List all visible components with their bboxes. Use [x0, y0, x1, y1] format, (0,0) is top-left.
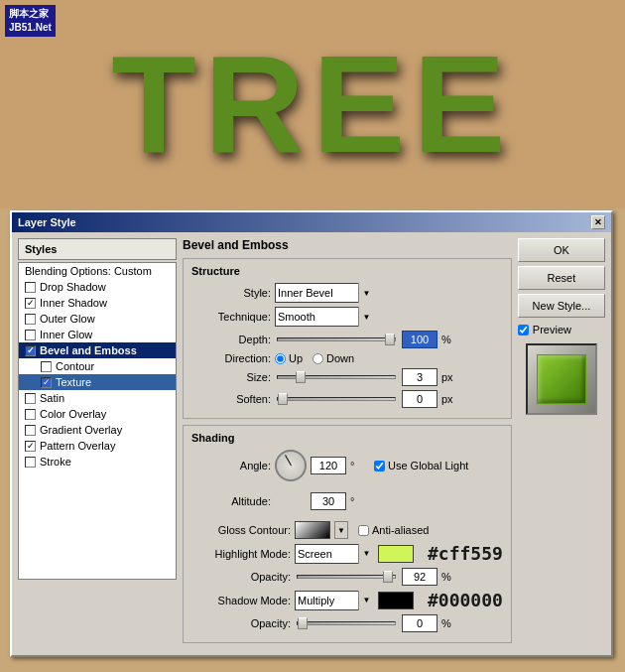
size-row: Size: px: [191, 368, 503, 386]
canvas-area: 脚本之家 JB51.Net TREE: [0, 0, 625, 208]
gloss-contour-row: Gloss Contour: ▼ Anti-aliased: [191, 521, 503, 539]
highlight-opacity-slider[interactable]: [297, 575, 396, 579]
structure-title: Structure: [191, 265, 503, 277]
style-select-wrapper: Inner Bevel Outer Bevel Emboss Pillow Em…: [275, 283, 374, 303]
sidebar-item-blending[interactable]: Blending Options: Custom: [19, 263, 176, 279]
color-overlay-label: Color Overlay: [40, 408, 106, 420]
shadow-opacity-input[interactable]: [402, 614, 438, 632]
satin-label: Satin: [40, 392, 64, 404]
sidebar-item-inner-glow[interactable]: Inner Glow: [19, 327, 176, 342]
gloss-preview[interactable]: [295, 521, 330, 539]
direction-up-label[interactable]: Up: [275, 352, 303, 364]
direction-up-radio[interactable]: [275, 353, 286, 364]
soften-row: Soften: px: [191, 390, 503, 408]
direction-down-text: Down: [326, 352, 354, 364]
ok-button[interactable]: OK: [518, 238, 605, 262]
layer-style-dialog: Layer Style ✕ Styles Blending Options: C…: [10, 210, 613, 657]
preview-label: Preview: [533, 324, 571, 336]
sidebar-item-contour[interactable]: Contour: [19, 358, 176, 374]
altitude-label: Altitude:: [191, 495, 271, 507]
shadow-label: Shadow Mode:: [191, 595, 291, 606]
contour-checkbox[interactable]: [41, 361, 52, 372]
preview-checkbox[interactable]: [518, 325, 529, 336]
depth-slider[interactable]: [277, 337, 396, 341]
sidebar-item-bevel-emboss[interactable]: Bevel and Emboss: [19, 342, 176, 358]
global-light-label[interactable]: Use Global Light: [374, 460, 468, 471]
depth-label: Depth:: [191, 334, 271, 345]
technique-select-wrapper: Smooth Chisel Hard Chisel Soft ▼: [275, 307, 374, 327]
inner-shadow-label: Inner Shadow: [40, 297, 107, 309]
soften-slider[interactable]: [277, 397, 396, 401]
soften-slider-thumb[interactable]: [278, 393, 288, 405]
size-input[interactable]: [402, 368, 438, 386]
depth-slider-thumb[interactable]: [385, 334, 395, 345]
shadow-color-swatch[interactable]: [378, 592, 414, 609]
altitude-input[interactable]: [311, 492, 346, 510]
sidebar-item-drop-shadow[interactable]: Drop Shadow: [19, 279, 176, 295]
color-overlay-checkbox[interactable]: [25, 409, 36, 420]
sidebar-item-stroke[interactable]: Stroke: [19, 454, 176, 470]
dialog-close-button[interactable]: ✕: [591, 215, 605, 229]
highlight-opacity-input[interactable]: [402, 568, 438, 586]
logo-box: 脚本之家 JB51.Net: [5, 5, 56, 37]
direction-up-text: Up: [289, 352, 303, 364]
shadow-opacity-unit: %: [441, 617, 461, 629]
size-slider-thumb[interactable]: [296, 371, 306, 383]
new-style-button[interactable]: New Style...: [518, 294, 605, 318]
technique-select[interactable]: Smooth Chisel Hard Chisel Soft: [275, 307, 374, 327]
style-select[interactable]: Inner Bevel Outer Bevel Emboss Pillow Em…: [275, 283, 374, 303]
direction-down-radio[interactable]: [312, 353, 323, 364]
outer-glow-label: Outer Glow: [40, 313, 95, 325]
sidebar-item-texture[interactable]: Texture: [19, 374, 176, 390]
size-slider[interactable]: [277, 375, 396, 379]
shadow-opacity-thumb[interactable]: [298, 617, 308, 629]
pattern-overlay-checkbox[interactable]: [25, 441, 36, 452]
angle-wheel[interactable]: [275, 450, 307, 481]
global-light-checkbox[interactable]: [374, 461, 385, 471]
depth-input[interactable]: [402, 331, 438, 348]
style-list: Blending Options: Custom Drop Shadow Inn…: [18, 262, 177, 580]
inner-glow-checkbox[interactable]: [25, 330, 36, 340]
sidebar-item-outer-glow[interactable]: Outer Glow: [19, 311, 176, 327]
inner-shadow-checkbox[interactable]: [25, 298, 36, 309]
sidebar-item-inner-shadow[interactable]: Inner Shadow: [19, 295, 176, 311]
highlight-label: Highlight Mode:: [191, 548, 291, 560]
dialog-titlebar: Layer Style ✕: [12, 212, 611, 232]
angle-line: [285, 455, 292, 466]
direction-radio-group: Up Down: [275, 352, 354, 364]
angle-input[interactable]: [311, 457, 346, 474]
reset-button[interactable]: Reset: [518, 266, 605, 290]
technique-row: Technique: Smooth Chisel Hard Chisel Sof…: [191, 307, 503, 327]
texture-checkbox[interactable]: [41, 377, 52, 388]
altitude-row: Altitude: °: [191, 485, 503, 517]
satin-checkbox[interactable]: [25, 393, 36, 404]
anti-aliased-checkbox[interactable]: [358, 525, 369, 536]
shadow-select[interactable]: Multiply Normal Screen: [295, 591, 374, 610]
outer-glow-checkbox[interactable]: [25, 314, 36, 325]
direction-down-label[interactable]: Down: [312, 352, 354, 364]
depth-row: Depth: %: [191, 331, 503, 348]
shading-title: Shading: [191, 432, 503, 444]
bevel-emboss-label: Bevel and Emboss: [40, 344, 137, 356]
size-label: Size:: [191, 371, 271, 383]
sidebar-item-satin[interactable]: Satin: [19, 390, 176, 406]
drop-shadow-checkbox[interactable]: [25, 282, 36, 293]
preview-inner: [537, 354, 586, 404]
sidebar-item-color-overlay[interactable]: Color Overlay: [19, 406, 176, 422]
gradient-overlay-checkbox[interactable]: [25, 425, 36, 436]
sidebar-item-gradient-overlay[interactable]: Gradient Overlay: [19, 422, 176, 438]
sidebar-item-pattern-overlay[interactable]: Pattern Overlay: [19, 438, 176, 454]
highlight-select[interactable]: Screen Normal Multiply: [295, 544, 374, 564]
shadow-mode-row: Shadow Mode: Multiply Normal Screen ▼ #0…: [191, 590, 503, 610]
highlight-opacity-unit: %: [441, 571, 461, 583]
stroke-checkbox[interactable]: [25, 457, 36, 468]
altitude-spacer: [275, 485, 307, 517]
gloss-dropdown-arrow[interactable]: ▼: [334, 521, 348, 539]
soften-input[interactable]: [402, 390, 438, 408]
highlight-color-swatch[interactable]: [378, 545, 414, 563]
highlight-opacity-thumb[interactable]: [383, 571, 393, 583]
shadow-opacity-slider[interactable]: [297, 621, 396, 625]
styles-header: Styles: [18, 238, 177, 260]
anti-aliased-label[interactable]: Anti-aliased: [358, 524, 429, 536]
bevel-emboss-checkbox[interactable]: [25, 345, 36, 356]
